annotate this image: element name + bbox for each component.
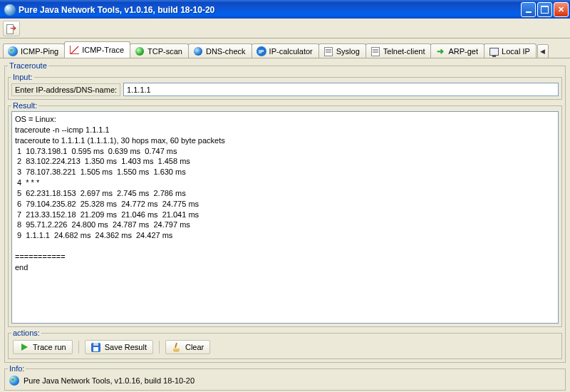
traceroute-group: Traceroute Input: Enter IP-address/DNS-n… — [4, 61, 566, 363]
tab-label: IP-calculator — [269, 47, 313, 56]
tab-label: TCP-scan — [147, 47, 182, 56]
arrow-icon: ➜ — [435, 46, 445, 56]
info-text: Pure Java Network Tools, v1.0.16, build … — [24, 376, 195, 385]
result-output[interactable]: OS = Linux: traceroute -n --icmp 1.1.1.1… — [11, 111, 559, 324]
actions-legend: actions: — [11, 329, 41, 337]
tab-label: Telnet-client — [383, 47, 425, 56]
window-maximize-button[interactable] — [537, 2, 552, 17]
window-title: Pure Java Network Tools, v1.0.16, build … — [19, 5, 521, 15]
exit-button[interactable] — [3, 21, 20, 36]
tab-scroll-left[interactable]: ◀ — [537, 44, 549, 58]
tab-icmp-trace[interactable]: ICMP-Trace — [64, 41, 130, 58]
action-label: Save Result — [105, 343, 147, 351]
document-icon — [323, 46, 333, 56]
ip-address-input[interactable] — [123, 83, 559, 96]
tab-label: ARP-get — [448, 47, 478, 56]
tab-label: DNS-check — [206, 47, 246, 56]
content-area: Traceroute Input: Enter IP-address/DNS-n… — [0, 58, 570, 392]
main-toolbar — [0, 19, 570, 38]
actions-group: actions: Trace run Save Result Clear — [8, 329, 562, 359]
save-result-button[interactable]: Save Result — [85, 340, 153, 354]
input-group: Input: Enter IP-address/DNS-name: — [8, 73, 562, 100]
document-icon — [370, 46, 380, 56]
tab-icmp-ping[interactable]: ICMP-Ping — [3, 43, 65, 58]
tab-arp-get[interactable]: ➜ ARP-get — [430, 43, 484, 58]
exit-icon — [6, 24, 16, 33]
window-close-button[interactable] — [554, 2, 569, 17]
info-group: Info: Pure Java Network Tools, v1.0.16, … — [4, 364, 566, 391]
info-legend: Info: — [8, 364, 26, 373]
window-minimize-button[interactable] — [521, 2, 536, 17]
traceroute-legend: Traceroute — [8, 61, 48, 70]
clear-button[interactable]: Clear — [165, 340, 210, 354]
action-label: Clear — [185, 343, 204, 351]
app-icon — [4, 4, 16, 16]
disk-icon — [91, 342, 101, 352]
blue-dot-icon — [193, 46, 203, 56]
input-label: Enter IP-address/DNS-name: — [11, 83, 120, 96]
green-dot-icon — [135, 46, 145, 56]
ip-badge-icon: IP — [256, 46, 266, 56]
chart-icon — [69, 45, 79, 55]
broom-icon — [172, 342, 182, 352]
separator — [78, 341, 79, 354]
globe-icon — [9, 376, 19, 386]
trace-run-button[interactable]: Trace run — [13, 340, 73, 354]
monitor-icon — [489, 46, 499, 56]
tabs-bar: ICMP-Ping ICMP-Trace TCP-scan DNS-check … — [0, 38, 570, 58]
action-label: Trace run — [33, 343, 66, 351]
input-legend: Input: — [11, 73, 34, 81]
globe-icon — [8, 46, 18, 56]
tab-ip-calculator[interactable]: IP IP-calculator — [252, 43, 319, 58]
tab-telnet-client[interactable]: Telnet-client — [366, 43, 432, 58]
tab-label: Local IP — [502, 47, 530, 56]
result-group: Result: OS = Linux: traceroute -n --icmp… — [8, 101, 562, 327]
tab-tcp-scan[interactable]: TCP-scan — [130, 43, 189, 58]
play-icon — [19, 342, 29, 352]
window-titlebar: Pure Java Network Tools, v1.0.16, build … — [0, 0, 570, 19]
separator — [159, 341, 160, 354]
tab-label: ICMP-Ping — [21, 47, 58, 56]
tab-label: Syslog — [336, 47, 360, 56]
tab-dns-check[interactable]: DNS-check — [188, 43, 252, 58]
tab-syslog[interactable]: Syslog — [318, 43, 366, 58]
tab-label: ICMP-Trace — [82, 46, 124, 54]
tab-local-ip[interactable]: Local IP — [484, 43, 537, 58]
result-legend: Result: — [11, 101, 38, 110]
